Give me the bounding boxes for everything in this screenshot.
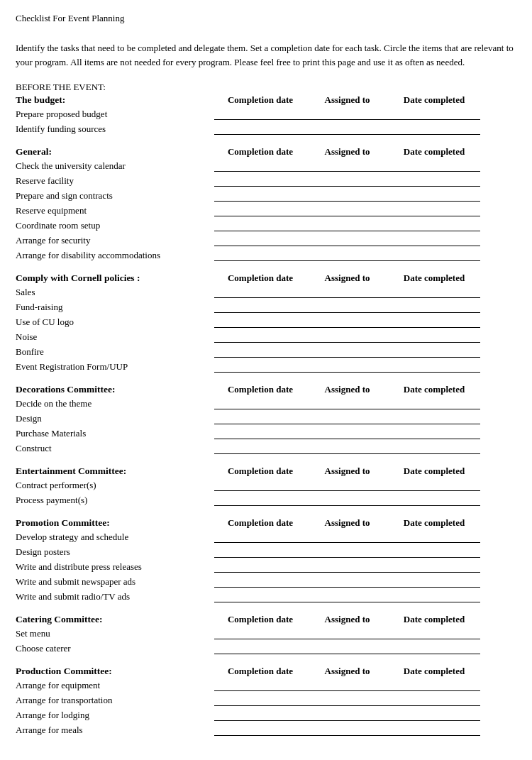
completion-line[interactable]	[214, 496, 306, 506]
completion-line[interactable]	[214, 444, 306, 454]
completion-line[interactable]	[214, 348, 306, 358]
date-completed-line[interactable]	[388, 221, 480, 231]
completion-line[interactable]	[214, 429, 306, 439]
date-completed-line[interactable]	[388, 348, 480, 358]
date-completed-line[interactable]	[388, 444, 480, 454]
date-completed-line[interactable]	[388, 726, 480, 736]
date-completed-line[interactable]	[388, 711, 480, 721]
date-completed-line[interactable]	[388, 303, 480, 313]
assigned-line[interactable]	[306, 429, 388, 439]
assigned-line[interactable]	[306, 644, 388, 654]
completion-line[interactable]	[214, 681, 306, 691]
completion-line[interactable]	[214, 303, 306, 313]
completion-line[interactable]	[214, 711, 306, 721]
completion-line[interactable]	[214, 593, 306, 602]
date-completed-line[interactable]	[388, 593, 480, 602]
completion-line[interactable]	[214, 533, 306, 543]
date-completed-line[interactable]	[388, 533, 480, 543]
task-row: Arrange for transportation	[16, 693, 516, 706]
completion-line[interactable]	[214, 563, 306, 573]
completion-line[interactable]	[214, 726, 306, 736]
assigned-line[interactable]	[306, 221, 388, 231]
assigned-line[interactable]	[306, 348, 388, 358]
assigned-line[interactable]	[306, 481, 388, 491]
date-completed-line[interactable]	[388, 429, 480, 439]
assigned-line[interactable]	[306, 333, 388, 343]
date-completed-line[interactable]	[388, 192, 480, 202]
date-completed-line[interactable]	[388, 177, 480, 187]
assigned-line[interactable]	[306, 177, 388, 187]
date-completed-line[interactable]	[388, 548, 480, 558]
completion-line[interactable]	[214, 333, 306, 343]
assigned-line[interactable]	[306, 563, 388, 573]
completion-line[interactable]	[214, 363, 306, 373]
assigned-line[interactable]	[306, 400, 388, 409]
assigned-line[interactable]	[306, 206, 388, 216]
completion-line[interactable]	[214, 251, 306, 261]
assigned-line[interactable]	[306, 533, 388, 543]
date-completed-line[interactable]	[388, 696, 480, 706]
completion-line[interactable]	[214, 696, 306, 706]
date-completed-line[interactable]	[388, 162, 480, 172]
assigned-line[interactable]	[306, 629, 388, 639]
completion-line[interactable]	[214, 629, 306, 639]
task-name: Arrange for transportation	[16, 695, 214, 706]
date-completed-line[interactable]	[388, 288, 480, 298]
date-completed-line[interactable]	[388, 333, 480, 343]
date-completed-line[interactable]	[388, 318, 480, 328]
date-completed-line[interactable]	[388, 400, 480, 409]
completion-line[interactable]	[214, 400, 306, 409]
assigned-line[interactable]	[306, 192, 388, 202]
assigned-line[interactable]	[306, 414, 388, 424]
assigned-line[interactable]	[306, 288, 388, 298]
completion-line[interactable]	[214, 192, 306, 202]
date-completed-line[interactable]	[388, 578, 480, 588]
completion-line[interactable]	[214, 644, 306, 654]
assigned-line[interactable]	[306, 578, 388, 588]
date-completed-line[interactable]	[388, 206, 480, 216]
date-completed-line[interactable]	[388, 481, 480, 491]
assigned-line[interactable]	[306, 696, 388, 706]
assigned-line[interactable]	[306, 162, 388, 172]
date-completed-line[interactable]	[388, 629, 480, 639]
completion-line[interactable]	[214, 414, 306, 424]
completion-line[interactable]	[214, 318, 306, 328]
completion-line[interactable]	[214, 125, 306, 135]
completion-line[interactable]	[214, 548, 306, 558]
assigned-line[interactable]	[306, 681, 388, 691]
date-completed-line[interactable]	[388, 363, 480, 373]
date-completed-line[interactable]	[388, 496, 480, 506]
completion-line[interactable]	[214, 221, 306, 231]
completion-line[interactable]	[214, 110, 306, 120]
assigned-line[interactable]	[306, 251, 388, 261]
assigned-line[interactable]	[306, 236, 388, 246]
assigned-line[interactable]	[306, 496, 388, 506]
completion-line[interactable]	[214, 288, 306, 298]
assigned-line[interactable]	[306, 548, 388, 558]
assigned-line[interactable]	[306, 363, 388, 373]
assigned-line[interactable]	[306, 318, 388, 328]
completion-line[interactable]	[214, 206, 306, 216]
completion-line[interactable]	[214, 177, 306, 187]
assigned-line[interactable]	[306, 303, 388, 313]
completion-line[interactable]	[214, 481, 306, 491]
date-completed-line[interactable]	[388, 644, 480, 654]
completion-line[interactable]	[214, 236, 306, 246]
completion-line[interactable]	[214, 578, 306, 588]
assigned-line[interactable]	[306, 125, 388, 135]
assigned-line[interactable]	[306, 711, 388, 721]
date-completed-line[interactable]	[388, 414, 480, 424]
assigned-line[interactable]	[306, 110, 388, 120]
assigned-line[interactable]	[306, 444, 388, 454]
col-header-date-3: Date completed	[388, 384, 480, 395]
date-completed-line[interactable]	[388, 236, 480, 246]
assigned-line[interactable]	[306, 726, 388, 736]
date-completed-line[interactable]	[388, 681, 480, 691]
date-completed-line[interactable]	[388, 563, 480, 573]
assigned-line[interactable]	[306, 593, 388, 602]
completion-line[interactable]	[214, 162, 306, 172]
task-name: Bonfire	[16, 346, 214, 358]
date-completed-line[interactable]	[388, 110, 480, 120]
date-completed-line[interactable]	[388, 125, 480, 135]
date-completed-line[interactable]	[388, 251, 480, 261]
